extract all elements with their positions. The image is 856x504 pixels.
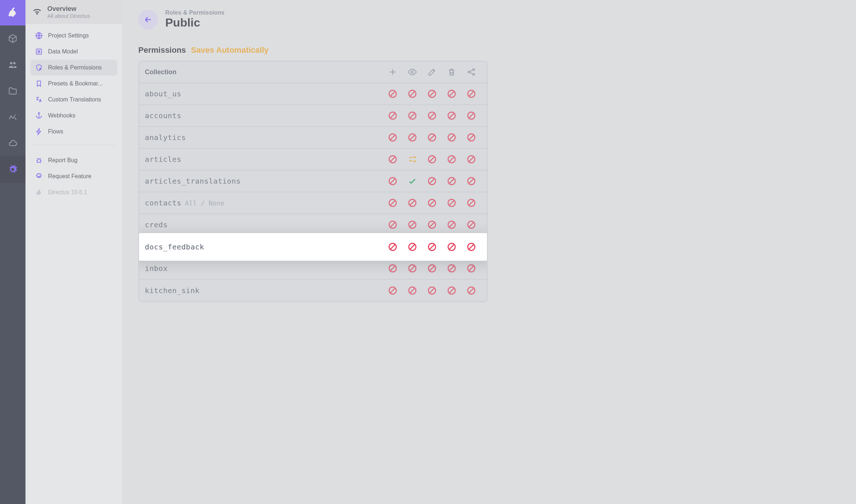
sidebar-item-report-bug[interactable]: Report Bug bbox=[31, 152, 117, 168]
perm-update-deny[interactable] bbox=[422, 149, 442, 169]
highlighted-row: docs_feedback bbox=[139, 236, 487, 258]
sidebar-item-label: Flows bbox=[48, 128, 63, 135]
perm-update-deny[interactable] bbox=[422, 193, 442, 213]
perm-delete-deny[interactable] bbox=[442, 171, 461, 191]
section-title: Permissions bbox=[138, 45, 186, 55]
module-insights[interactable] bbox=[0, 104, 25, 130]
module-files[interactable] bbox=[0, 78, 25, 104]
perm-create-deny[interactable] bbox=[383, 106, 403, 125]
row-actions[interactable]: All / None bbox=[185, 199, 224, 207]
perm-read-deny[interactable] bbox=[403, 259, 422, 278]
module-users[interactable] bbox=[0, 52, 25, 78]
perm-read-deny[interactable] bbox=[403, 215, 422, 235]
settings-sidebar: Overview All about Directus Project Sett… bbox=[25, 0, 122, 504]
breadcrumb: Roles & Permissions bbox=[165, 9, 225, 16]
perm-update-deny[interactable] bbox=[422, 106, 442, 125]
perm-share-deny[interactable] bbox=[461, 84, 481, 104]
perm-delete-deny[interactable] bbox=[442, 149, 461, 169]
perm-share-deny[interactable] bbox=[461, 106, 481, 125]
perm-share-deny[interactable] bbox=[461, 237, 481, 257]
sidebar-item-label: Custom Translations bbox=[48, 96, 101, 103]
module-settings[interactable] bbox=[0, 156, 25, 183]
column-create-icon bbox=[383, 62, 403, 82]
column-update-icon bbox=[422, 62, 442, 82]
column-read-icon bbox=[403, 62, 422, 82]
table-row[interactable]: about_us bbox=[139, 83, 487, 105]
perm-delete-deny[interactable] bbox=[442, 84, 461, 104]
collection-name: articles bbox=[145, 155, 181, 164]
wifi-icon bbox=[32, 6, 42, 18]
perm-share-deny[interactable] bbox=[461, 193, 481, 213]
table-row[interactable]: kitchen_sink bbox=[139, 280, 487, 301]
sidebar-item-request-feature[interactable]: Request Feature bbox=[31, 168, 117, 184]
table-row[interactable]: analytics bbox=[139, 127, 487, 149]
perm-create-deny[interactable] bbox=[383, 259, 403, 278]
sidebar-item-label: Request Feature bbox=[48, 173, 91, 180]
perm-update-deny[interactable] bbox=[422, 259, 442, 278]
version-label: Directus 10.6.1 bbox=[25, 184, 122, 200]
perm-update-deny[interactable] bbox=[422, 171, 442, 191]
perm-delete-deny[interactable] bbox=[442, 281, 461, 300]
perm-update-deny[interactable] bbox=[422, 215, 442, 235]
perm-read-deny[interactable] bbox=[403, 106, 422, 125]
table-row[interactable]: contactsAll / None bbox=[139, 192, 487, 214]
perm-update-deny[interactable] bbox=[422, 237, 442, 257]
table-row[interactable]: articles_translations bbox=[139, 171, 487, 192]
perm-delete-deny[interactable] bbox=[442, 237, 461, 257]
perm-read-deny[interactable] bbox=[403, 128, 422, 147]
perm-create-deny[interactable] bbox=[383, 237, 403, 257]
perm-update-deny[interactable] bbox=[422, 84, 442, 104]
table-row[interactable]: docs_feedback bbox=[139, 236, 487, 258]
collection-name: articles_translations bbox=[145, 177, 241, 185]
perm-share-deny[interactable] bbox=[461, 215, 481, 235]
perm-read-deny[interactable] bbox=[403, 281, 422, 300]
sidebar-item-label: Report Bug bbox=[48, 157, 78, 164]
perm-create-deny[interactable] bbox=[383, 128, 403, 147]
perm-share-deny[interactable] bbox=[461, 149, 481, 169]
perm-create-deny[interactable] bbox=[383, 215, 403, 235]
perm-share-deny[interactable] bbox=[461, 281, 481, 300]
perm-update-deny[interactable] bbox=[422, 281, 442, 300]
column-collection: Collection bbox=[145, 68, 383, 76]
perm-create-deny[interactable] bbox=[383, 149, 403, 169]
perm-create-deny[interactable] bbox=[383, 84, 403, 104]
perm-read-allow[interactable] bbox=[403, 171, 422, 191]
module-content[interactable] bbox=[0, 25, 25, 52]
perm-read-custom[interactable] bbox=[403, 149, 422, 169]
table-row[interactable]: accounts bbox=[139, 105, 487, 127]
perm-delete-deny[interactable] bbox=[442, 128, 461, 147]
perm-share-deny[interactable] bbox=[461, 171, 481, 191]
sidebar-item-roles-permissions[interactable]: Roles & Permissions bbox=[31, 60, 117, 76]
sidebar-item-data-model[interactable]: Data Model bbox=[31, 44, 117, 60]
perm-read-deny[interactable] bbox=[403, 237, 422, 257]
column-share-icon bbox=[461, 62, 481, 82]
perm-delete-deny[interactable] bbox=[442, 193, 461, 213]
sidebar-item-label: Project Settings bbox=[48, 32, 89, 39]
perm-delete-deny[interactable] bbox=[442, 106, 461, 125]
perm-delete-deny[interactable] bbox=[442, 259, 461, 278]
sidebar-item-presets-bookmar-[interactable]: Presets & Bookmar... bbox=[31, 76, 117, 92]
sidebar-item-project-settings[interactable]: Project Settings bbox=[31, 28, 117, 44]
perm-create-deny[interactable] bbox=[383, 193, 403, 213]
app-logo[interactable] bbox=[0, 0, 25, 25]
sidebar-item-flows[interactable]: Flows bbox=[31, 124, 117, 140]
sidebar-item-custom-translations[interactable]: Custom Translations bbox=[31, 92, 117, 108]
sidebar-header[interactable]: Overview All about Directus bbox=[25, 0, 122, 24]
back-button[interactable] bbox=[138, 10, 158, 29]
table-row[interactable]: articles bbox=[139, 149, 487, 171]
perm-delete-deny[interactable] bbox=[442, 215, 461, 235]
collection-name: contacts bbox=[145, 199, 181, 207]
perm-update-deny[interactable] bbox=[422, 128, 442, 147]
perm-share-deny[interactable] bbox=[461, 259, 481, 278]
sidebar-item-webhooks[interactable]: Webhooks bbox=[31, 108, 117, 124]
perm-read-deny[interactable] bbox=[403, 193, 422, 213]
perm-create-deny[interactable] bbox=[383, 281, 403, 300]
perm-share-deny[interactable] bbox=[461, 128, 481, 147]
table-row[interactable]: inbox bbox=[139, 258, 487, 280]
perm-read-deny[interactable] bbox=[403, 84, 422, 104]
module-cloud[interactable] bbox=[0, 130, 25, 156]
table-header: Collection bbox=[139, 61, 487, 83]
sidebar-title: Overview bbox=[47, 5, 90, 13]
table-row[interactable]: creds bbox=[139, 214, 487, 236]
perm-create-deny[interactable] bbox=[383, 171, 403, 191]
